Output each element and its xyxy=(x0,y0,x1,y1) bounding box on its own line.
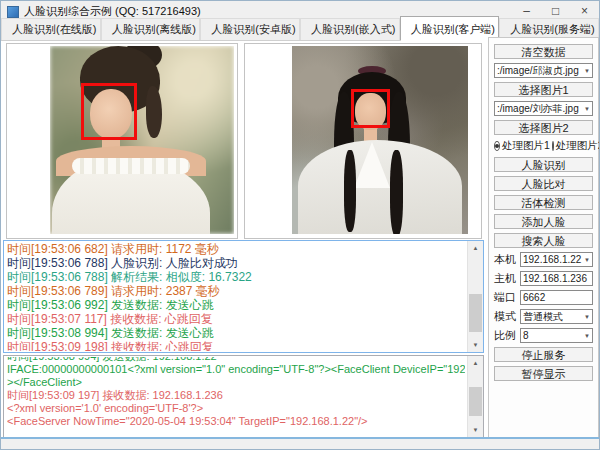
host-label: 主机 xyxy=(494,271,517,286)
tab-item[interactable]: 人脸识别(嵌入式) xyxy=(300,18,400,40)
log-main-scrollbar[interactable]: ▲ ▼ xyxy=(467,241,483,352)
log-line: 时间[19:53:07 117] 接收数据: 心跳回复 xyxy=(7,312,465,326)
stop-service-button[interactable]: 停止服务 xyxy=(494,347,593,362)
log-line: 时间[19:53:06 788] 人脸识别: 人脸比对成功 xyxy=(7,256,465,270)
log-output-xml[interactable]: 时间[19:53:08 994] 发送数据: 192.168.1.22 IFAC… xyxy=(3,355,484,438)
log-main-lines: 时间[19:53:06 682] 请求用时: 1172 毫秒 时间[19:53:… xyxy=(7,242,465,351)
image1-path-select[interactable]: :/image/邱淑贞.jpg ▼ xyxy=(494,63,593,78)
mode-row: 模式 普通模式 ▼ xyxy=(494,309,593,324)
scrollbar-thumb[interactable] xyxy=(469,294,482,332)
process-image1-label: 处理图片1 xyxy=(502,139,550,153)
host-row: 主机 xyxy=(494,271,593,286)
port-input[interactable] xyxy=(520,290,593,305)
app-icon xyxy=(7,6,19,18)
window-title: 人脸识别综合示例 (QQ: 517216493) xyxy=(24,4,201,19)
port-row: 端口 xyxy=(494,290,593,305)
mode-value: 普通模式 xyxy=(523,310,582,324)
scroll-down-icon[interactable]: ▼ xyxy=(468,423,483,437)
face-detection-box-1 xyxy=(81,83,137,140)
scroll-down-icon[interactable]: ▼ xyxy=(468,338,483,352)
image2-path-select[interactable]: :/image/刘亦菲.jpg ▼ xyxy=(494,101,593,116)
control-sidebar: 清空数据 :/image/邱淑贞.jpg ▼ 选择图片1 :/image/刘亦菲… xyxy=(488,37,599,438)
photo1-dress-lace xyxy=(72,158,190,174)
local-ip-row: 本机 192.168.1.22 ▼ xyxy=(494,252,593,267)
tab-item[interactable]: 人脸识别(安卓版) xyxy=(200,18,300,40)
image-panel-2 xyxy=(244,43,482,239)
face-detection-box-2 xyxy=(351,89,390,128)
log-output-main[interactable]: 时间[19:53:06 682] 请求用时: 1172 毫秒 时间[19:53:… xyxy=(3,240,484,353)
scroll-up-icon[interactable]: ▲ xyxy=(468,241,483,255)
chevron-down-icon: ▼ xyxy=(582,333,590,339)
photo2-hair-strand-left xyxy=(344,150,356,232)
ratio-label: 比例 xyxy=(494,328,517,343)
photo-2 xyxy=(292,46,468,234)
log-xml-lines: 时间[19:53:08 994] 发送数据: 192.168.1.22 IFAC… xyxy=(7,357,465,436)
action-button[interactable]: 人脸识别 xyxy=(494,157,593,172)
mode-label: 模式 xyxy=(494,309,517,324)
select-image1-button[interactable]: 选择图片1 xyxy=(494,82,593,97)
tab-item[interactable]: 人脸识别(离线版) xyxy=(101,18,201,40)
tab-item[interactable]: 人脸识别(在线版) xyxy=(1,18,101,40)
ratio-value: 8 xyxy=(523,330,582,341)
action-button[interactable]: 添加人脸 xyxy=(494,214,593,229)
local-ip-value: 192.168.1.22 xyxy=(523,254,582,265)
log-line: 时间[19:53:09 198] 接收数据: 心跳回复 xyxy=(7,340,465,351)
port-label: 端口 xyxy=(494,290,517,305)
log-xml-scrollbar[interactable]: ▲ ▼ xyxy=(467,356,483,437)
image-panel-1 xyxy=(6,43,238,239)
log-line: 时间[19:53:06 788] 解析结果: 相似度: 16.7322 xyxy=(7,270,465,284)
ratio-select[interactable]: 8 ▼ xyxy=(520,328,593,343)
action-button[interactable]: 活体检测 xyxy=(494,195,593,210)
process-image2-label: 处理图片2 xyxy=(556,139,600,153)
image1-path-value: :/image/邱淑贞.jpg xyxy=(497,64,582,78)
chevron-down-icon: ▼ xyxy=(582,257,590,263)
chevron-down-icon: ▼ xyxy=(582,106,590,112)
status-bar xyxy=(1,437,599,449)
ratio-row: 比例 8 ▼ xyxy=(494,328,593,343)
photo2-hair-strand-right xyxy=(390,150,403,234)
process-image-radio-group: 处理图片1 处理图片2 xyxy=(494,139,593,153)
log-line: <?xml version='1.0' encoding='UTF-8'?> xyxy=(7,402,465,415)
log-line: <FaceServer NowTime="2020-05-04 19:53:04… xyxy=(7,415,465,428)
process-image1-radio[interactable] xyxy=(494,141,500,151)
image2-path-value: :/image/刘亦菲.jpg xyxy=(497,102,582,116)
log-line: IFACE:00000000000101<?xml version="1.0" … xyxy=(7,363,465,376)
tab-item[interactable]: 人脸识别(客户端) xyxy=(400,16,500,41)
log-line: 时间[19:53:06 992] 发送数据: 发送心跳 xyxy=(7,298,465,312)
process-image2-radio[interactable] xyxy=(552,141,554,151)
log-line: 时间[19:53:09 197] 接收数据: 192.168.1.236 xyxy=(7,389,465,402)
log-line: 时间[19:53:08 994] 发送数据: 发送心跳 xyxy=(7,326,465,340)
app-window: 人脸识别综合示例 (QQ: 517216493) – □ × 人脸识别(在线版)… xyxy=(0,0,600,450)
scrollbar-thumb[interactable] xyxy=(469,387,482,416)
mode-select[interactable]: 普通模式 ▼ xyxy=(520,309,593,324)
host-input[interactable] xyxy=(520,271,593,286)
chevron-down-icon: ▼ xyxy=(582,314,590,320)
radio-dot xyxy=(495,144,499,148)
action-button[interactable]: 人脸比对 xyxy=(494,176,593,191)
action-button[interactable]: 搜索人脸 xyxy=(494,233,593,248)
log-line: 时间[19:53:06 789] 请求用时: 2387 毫秒 xyxy=(7,284,465,298)
clear-data-button[interactable]: 清空数据 xyxy=(494,44,593,59)
photo-1 xyxy=(50,46,234,234)
select-image2-button[interactable]: 选择图片2 xyxy=(494,120,593,135)
log-line: 时间[19:53:06 682] 请求用时: 1172 毫秒 xyxy=(7,242,465,256)
action-buttons: 人脸识别 人脸比对 活体检测 添加人脸 搜索人脸 xyxy=(494,157,593,248)
scroll-up-icon[interactable]: ▲ xyxy=(468,356,483,370)
log-line: ></FaceClient> xyxy=(7,376,465,389)
local-ip-label: 本机 xyxy=(494,252,517,267)
chevron-down-icon: ▼ xyxy=(582,68,590,74)
pause-display-button[interactable]: 暂停显示 xyxy=(494,366,593,381)
local-ip-select[interactable]: 192.168.1.22 ▼ xyxy=(520,252,593,267)
